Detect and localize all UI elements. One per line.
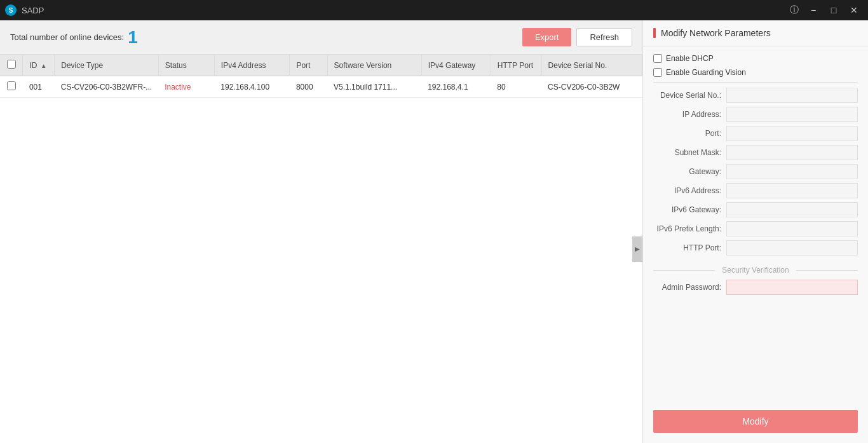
admin-password-row: Admin Password: [653, 280, 858, 295]
row-status: Inactive [158, 76, 214, 98]
device-serial-label: Device Serial No.: [653, 91, 726, 100]
admin-password-label: Admin Password: [653, 283, 726, 292]
enable-guarding-checkbox[interactable] [653, 68, 662, 77]
gateway-input[interactable] [726, 164, 858, 179]
ipv6-address-input[interactable] [726, 183, 858, 198]
maximize-button[interactable]: □ [825, 4, 843, 17]
toolbar: Total number of online devices: 1 Export… [0, 20, 642, 55]
left-panel: Total number of online devices: 1 Export… [0, 20, 642, 443]
subnet-mask-input[interactable] [726, 145, 858, 160]
row-device-serial: CS-CV206-C0-3B2W [541, 76, 642, 98]
http-port-row: HTTP Port: [653, 240, 858, 256]
form-area: Enable DHCP Enable Guarding Vision Devic… [643, 46, 868, 405]
device-count-number: 1 [128, 29, 138, 46]
col-status-header[interactable]: Status [158, 55, 214, 76]
admin-password-input[interactable] [726, 280, 858, 295]
row-device-type: CS-CV206-C0-3B2WFR-... [55, 76, 158, 98]
titlebar: S SADP ⓘ − □ ✕ [0, 0, 868, 20]
col-gateway-header[interactable]: IPv4 Gateway [421, 55, 491, 76]
row-ipv4-address: 192.168.4.100 [214, 76, 290, 98]
table-body: 001 CS-CV206-C0-3B2WFR-... Inactive 192.… [0, 76, 642, 98]
export-button[interactable]: Export [522, 28, 572, 46]
subnet-mask-row: Subnet Mask: [653, 145, 858, 160]
col-port-header[interactable]: Port [290, 55, 327, 76]
row-software-version: V5.1.1build 1711... [327, 76, 421, 98]
ipv6-gateway-label: IPv6 Gateway: [653, 205, 726, 214]
col-serial-header[interactable]: Device Serial No. [541, 55, 642, 76]
col-http-port-header[interactable]: HTTP Port [491, 55, 541, 76]
port-row: Port: [653, 126, 858, 141]
refresh-button[interactable]: Refresh [576, 28, 632, 46]
subnet-mask-label: Subnet Mask: [653, 148, 726, 157]
device-count-label: Total number of online devices: [10, 32, 124, 42]
panel-header-bar [653, 28, 656, 38]
select-all-checkbox[interactable] [7, 60, 16, 69]
ipv6-prefix-input[interactable] [726, 221, 858, 236]
row-ipv4-gateway: 192.168.4.1 [421, 76, 491, 98]
enable-dhcp-label: Enable DHCP [666, 54, 714, 63]
ip-address-input[interactable] [726, 107, 858, 122]
col-software-header[interactable]: Software Version [327, 55, 421, 76]
app-title: SADP [22, 6, 44, 15]
scroll-right-indicator[interactable]: ▶ [632, 236, 642, 262]
close-button[interactable]: ✕ [845, 4, 863, 17]
col-checkbox-header [0, 55, 23, 76]
main-container: Total number of online devices: 1 Export… [0, 20, 868, 443]
form-divider-1 [653, 82, 858, 83]
titlebar-left: S SADP [5, 4, 44, 16]
toolbar-buttons: Export Refresh [522, 28, 632, 46]
enable-guarding-label: Enable Guarding Vision [666, 68, 746, 77]
row-http-port: 80 [491, 76, 541, 98]
device-table: ID ▲ Device Type Status IPv4 Address [0, 55, 642, 98]
sort-arrow-icon: ▲ [41, 62, 47, 69]
enable-dhcp-checkbox[interactable] [653, 54, 662, 63]
http-port-label: HTTP Port: [653, 243, 726, 252]
ipv6-address-row: IPv6 Address: [653, 183, 858, 198]
row-checkbox-cell [0, 76, 23, 98]
gateway-row: Gateway: [653, 164, 858, 179]
port-label: Port: [653, 129, 726, 138]
panel-header: Modify Network Parameters [643, 20, 868, 46]
ip-address-row: IP Address: [653, 107, 858, 122]
titlebar-controls: ⓘ − □ ✕ [787, 3, 863, 18]
minimize-button[interactable]: − [804, 4, 822, 17]
http-port-input[interactable] [726, 240, 858, 256]
toolbar-left: Total number of online devices: 1 [10, 29, 138, 46]
ip-address-label: IP Address: [653, 110, 726, 119]
ipv6-address-label: IPv6 Address: [653, 186, 726, 195]
col-id-header[interactable]: ID ▲ [23, 55, 55, 76]
app-icon: S [5, 4, 17, 16]
enable-dhcp-row: Enable DHCP [653, 54, 858, 63]
right-panel: Modify Network Parameters Enable DHCP En… [642, 20, 868, 443]
port-input[interactable] [726, 126, 858, 141]
ipv6-prefix-row: IPv6 Prefix Length: [653, 221, 858, 236]
col-ipv4-header[interactable]: IPv4 Address [214, 55, 290, 76]
info-button[interactable]: ⓘ [787, 3, 802, 18]
device-serial-row: Device Serial No.: [653, 88, 858, 103]
device-serial-input[interactable] [726, 88, 858, 103]
table-row[interactable]: 001 CS-CV206-C0-3B2WFR-... Inactive 192.… [0, 76, 642, 98]
col-device-type-header[interactable]: Device Type [55, 55, 158, 76]
ipv6-gateway-input[interactable] [726, 202, 858, 217]
ipv6-gateway-row: IPv6 Gateway: [653, 202, 858, 217]
gateway-label: Gateway: [653, 167, 726, 176]
row-checkbox[interactable] [7, 81, 16, 90]
modify-button[interactable]: Modify [653, 410, 858, 433]
enable-guarding-row: Enable Guarding Vision [653, 68, 858, 77]
device-table-container: ID ▲ Device Type Status IPv4 Address [0, 55, 642, 443]
ipv6-prefix-label: IPv6 Prefix Length: [653, 224, 726, 233]
row-id: 001 [23, 76, 55, 98]
row-port: 8000 [290, 76, 327, 98]
panel-title: Modify Network Parameters [661, 28, 771, 38]
table-header-row: ID ▲ Device Type Status IPv4 Address [0, 55, 642, 76]
security-verification: Security Verification [653, 266, 858, 275]
